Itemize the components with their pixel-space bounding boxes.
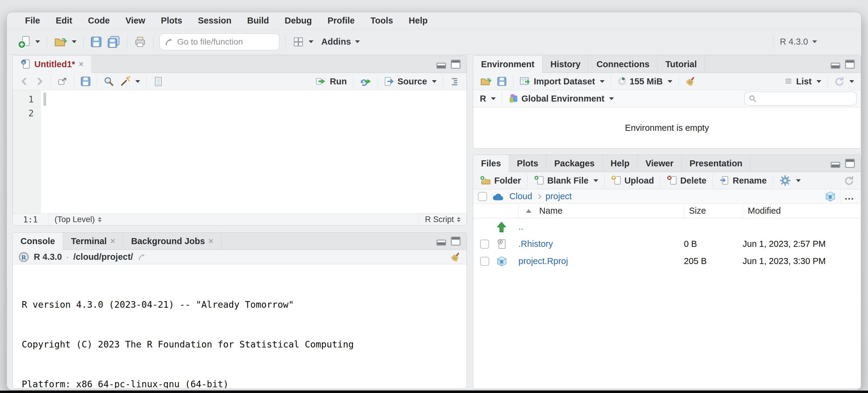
menu-profile[interactable]: Profile: [320, 16, 363, 26]
tab-environment[interactable]: Environment: [473, 56, 542, 73]
goto-directory-icon[interactable]: [137, 252, 147, 262]
tab-untitled1[interactable]: R Untitled1* ×: [13, 56, 92, 73]
clear-console-icon[interactable]: [450, 251, 461, 263]
tab-packages[interactable]: Packages: [547, 155, 603, 172]
language-selector[interactable]: R: [477, 93, 498, 104]
more-file-commands-button[interactable]: [777, 174, 803, 187]
minimize-pane-icon[interactable]: [831, 63, 840, 69]
pane-layout-button[interactable]: [290, 34, 316, 50]
maximize-pane-icon[interactable]: [845, 159, 855, 168]
tab-plots[interactable]: Plots: [509, 155, 547, 172]
new-file-button[interactable]: [16, 33, 42, 50]
load-workspace-button[interactable]: [477, 75, 494, 88]
maximize-pane-icon[interactable]: [845, 60, 855, 69]
breadcrumb-root[interactable]: Cloud: [509, 191, 532, 201]
save-workspace-button[interactable]: [494, 75, 509, 87]
tab-presentation[interactable]: Presentation: [682, 155, 751, 172]
close-icon[interactable]: ×: [209, 237, 213, 246]
code-tools-button[interactable]: [117, 75, 143, 88]
tab-files[interactable]: Files: [473, 155, 509, 172]
source-button[interactable]: Source: [381, 75, 439, 87]
refresh-environment-button[interactable]: [831, 75, 857, 87]
menu-plots[interactable]: Plots: [153, 16, 190, 26]
environment-scope-selector[interactable]: Global Environment: [506, 93, 617, 104]
maximize-pane-icon[interactable]: [451, 237, 461, 246]
save-source-button[interactable]: [78, 75, 93, 87]
upload-button[interactable]: Upload: [608, 174, 656, 187]
tab-tutorial[interactable]: Tutorial: [658, 56, 705, 72]
menu-file[interactable]: File: [17, 16, 48, 26]
tab-connections[interactable]: Connections: [589, 56, 658, 72]
tab-history[interactable]: History: [542, 56, 589, 72]
scope-selector[interactable]: (Top Level): [49, 215, 101, 224]
row-checkbox[interactable]: [480, 257, 489, 266]
tab-help[interactable]: Help: [603, 155, 638, 172]
header-modified[interactable]: Modified: [743, 204, 861, 218]
menu-code[interactable]: Code: [80, 16, 118, 26]
delete-button[interactable]: Delete: [664, 174, 709, 187]
minimize-pane-icon[interactable]: [436, 63, 446, 69]
popout-button[interactable]: [55, 75, 70, 87]
compile-report-button[interactable]: [150, 75, 166, 87]
memory-usage-button[interactable]: 155 MiB: [615, 75, 675, 87]
file-link[interactable]: ..: [518, 222, 523, 232]
print-button[interactable]: [131, 34, 149, 50]
close-icon[interactable]: ×: [79, 60, 84, 69]
rproj-indicator-icon[interactable]: R: [825, 191, 836, 202]
r-version-button[interactable]: R 4.3.0: [778, 35, 820, 49]
tab-background-jobs[interactable]: Background Jobs ×: [123, 233, 221, 249]
save-button[interactable]: [88, 34, 104, 50]
goto-file-search[interactable]: [159, 33, 279, 50]
environment-search-input[interactable]: [759, 94, 861, 103]
table-row-rproj[interactable]: R project.Rproj 205 B Jun 1, 2023, 3:30 …: [473, 252, 861, 270]
close-icon[interactable]: ×: [110, 237, 115, 246]
tab-console[interactable]: Console: [13, 233, 63, 250]
row-checkbox[interactable]: [480, 240, 489, 249]
minimize-pane-icon[interactable]: [831, 162, 840, 168]
tab-label: Packages: [554, 158, 595, 169]
menu-edit[interactable]: Edit: [48, 16, 80, 26]
blank-file-button[interactable]: Blank File: [531, 174, 601, 187]
console-output[interactable]: R version 4.3.0 (2023-04-21) -- "Already…: [13, 264, 467, 389]
back-button[interactable]: [17, 75, 32, 87]
header-size[interactable]: Size: [684, 204, 743, 218]
document-outline-button[interactable]: [447, 75, 462, 87]
list-view-button[interactable]: List: [781, 75, 824, 87]
open-file-button[interactable]: [51, 33, 79, 50]
run-button[interactable]: Run: [313, 75, 349, 87]
goto-file-input[interactable]: [177, 37, 286, 47]
forward-button[interactable]: [32, 75, 47, 87]
editor-text-area[interactable]: [41, 90, 467, 213]
table-row-updir[interactable]: ..: [473, 218, 861, 235]
menu-session[interactable]: Session: [190, 16, 239, 26]
clear-environment-button[interactable]: [682, 75, 699, 88]
source-toolbar: Run Source: [13, 73, 467, 90]
table-row-rhistory[interactable]: .Rhistory 0 B Jun 1, 2023, 2:57 PM: [473, 235, 861, 252]
import-dataset-button[interactable]: Import Dataset: [517, 75, 607, 87]
menu-debug[interactable]: Debug: [277, 16, 319, 26]
environment-search[interactable]: [744, 92, 857, 105]
file-link[interactable]: project.Rproj: [518, 256, 568, 266]
rename-button[interactable]: Rename: [716, 174, 769, 187]
select-all-checkbox[interactable]: [478, 192, 487, 201]
refresh-files-button[interactable]: [841, 175, 857, 186]
menu-view[interactable]: View: [118, 16, 153, 26]
code-editor[interactable]: 1 2: [13, 90, 467, 213]
new-folder-button[interactable]: Folder: [477, 174, 524, 187]
more-columns-button[interactable]: ...: [845, 191, 856, 202]
menu-tools[interactable]: Tools: [363, 16, 401, 26]
minimize-pane-icon[interactable]: [436, 240, 446, 246]
rerun-button[interactable]: [357, 75, 374, 87]
save-all-button[interactable]: [104, 33, 123, 50]
addins-button[interactable]: Addins: [319, 35, 362, 49]
filetype-selector[interactable]: R Script: [418, 214, 467, 225]
header-name[interactable]: Name: [518, 204, 684, 218]
menu-build[interactable]: Build: [239, 16, 277, 26]
find-button[interactable]: [101, 75, 117, 87]
tab-viewer[interactable]: Viewer: [638, 155, 682, 172]
tab-terminal[interactable]: Terminal ×: [63, 233, 123, 249]
breadcrumb-current[interactable]: project: [546, 191, 572, 201]
menu-help[interactable]: Help: [401, 16, 435, 26]
maximize-pane-icon[interactable]: [451, 60, 461, 69]
file-link[interactable]: .Rhistory: [518, 239, 553, 249]
